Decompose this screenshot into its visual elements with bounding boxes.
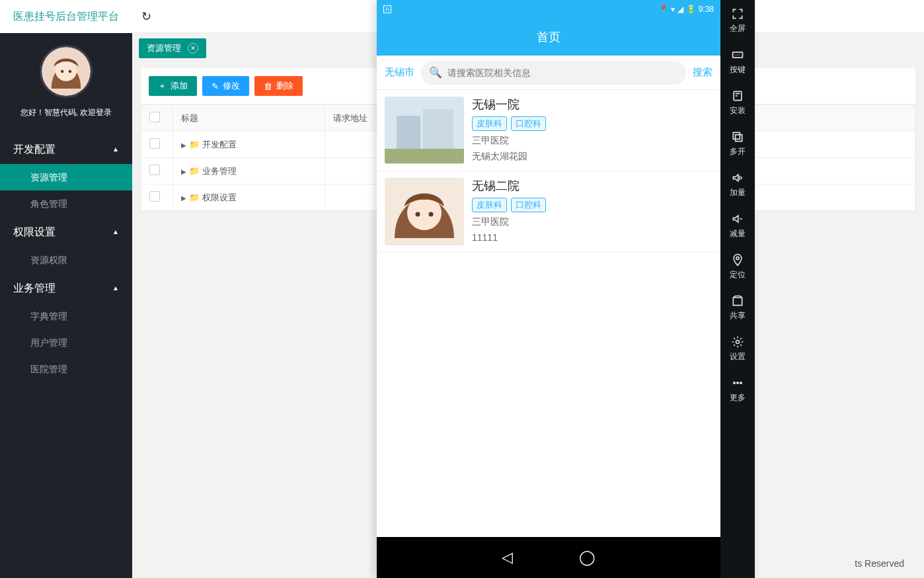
row-name: 权限设置 xyxy=(202,192,237,202)
edit-label: 修改 xyxy=(223,80,240,92)
svg-point-10 xyxy=(416,212,420,217)
avatar-image xyxy=(42,47,91,96)
emu-more[interactable]: 更多 xyxy=(720,369,755,410)
th-title: 标题 xyxy=(173,105,325,132)
search-icon: 🔍 xyxy=(429,66,442,79)
caret-right-icon[interactable]: ▶ xyxy=(181,194,186,202)
folder-icon: 📁 xyxy=(189,166,200,176)
emu-keys[interactable]: 按键 xyxy=(720,41,755,82)
dept-tag[interactable]: 口腔科 xyxy=(511,116,546,131)
statusbar: A 📍 ▾ ◢ 🔋 9:38 xyxy=(377,0,720,19)
emu-label: 共享 xyxy=(730,310,746,321)
nav-item-resperm[interactable]: 资源权限 xyxy=(0,247,132,273)
svg-rect-5 xyxy=(397,116,420,154)
row-checkbox[interactable] xyxy=(149,138,160,149)
emu-label: 设置 xyxy=(730,351,746,362)
nav-group-dev[interactable]: 开发配置 ▲ xyxy=(0,134,132,164)
sidebar: 医患挂号后台管理平台 您好！智慧代码, 欢迎登录 开发配置 ▲ 资源管理 角色管… xyxy=(0,0,132,578)
svg-point-16 xyxy=(736,257,739,259)
hospital-title: 无锡二院 xyxy=(472,178,712,194)
search-button[interactable]: 搜索 xyxy=(693,66,712,79)
hospital-list[interactable]: 无锡一院 皮肤科 口腔科 三甲医院 无锡太湖花园 无锡二院 皮肤科 xyxy=(377,90,720,537)
row-checkbox[interactable] xyxy=(149,191,160,202)
row-name: 业务管理 xyxy=(202,166,237,176)
caret-right-icon[interactable]: ▶ xyxy=(181,142,186,149)
close-icon[interactable]: × xyxy=(188,43,198,54)
avatar xyxy=(40,45,93,98)
caret-right-icon[interactable]: ▶ xyxy=(181,168,186,175)
emu-share[interactable]: 共享 xyxy=(720,287,755,328)
nav-item-hospital[interactable]: 医院管理 xyxy=(0,356,132,382)
dept-tag[interactable]: 皮肤科 xyxy=(472,116,507,131)
svg-point-2 xyxy=(61,70,63,73)
svg-rect-15 xyxy=(736,134,742,141)
back-icon[interactable]: ◁ xyxy=(502,549,513,566)
svg-point-11 xyxy=(429,212,434,217)
emu-label: 多开 xyxy=(730,146,746,157)
hospital-card[interactable]: 无锡一院 皮肤科 口腔科 三甲医院 无锡太湖花园 xyxy=(377,90,720,171)
chevron-up-icon: ▲ xyxy=(112,273,119,303)
emu-fullscreen[interactable]: 全屏 xyxy=(720,0,755,41)
hospital-image xyxy=(385,178,464,245)
delete-button[interactable]: 🗑删除 xyxy=(254,76,303,96)
home-icon[interactable]: ◯ xyxy=(579,549,596,566)
pencil-icon: ✎ xyxy=(212,81,219,91)
debug-icon: A xyxy=(383,5,391,13)
hospital-level: 三甲医院 xyxy=(472,135,712,147)
nav-group-perm[interactable]: 权限设置 ▲ xyxy=(0,217,132,247)
svg-point-19 xyxy=(737,382,739,384)
nav-group-label: 开发配置 xyxy=(13,134,56,164)
nav-item-role[interactable]: 角色管理 xyxy=(0,190,132,217)
refresh-icon[interactable]: ↻ xyxy=(141,9,151,24)
svg-rect-7 xyxy=(385,149,464,163)
search-box[interactable]: 🔍 xyxy=(421,61,686,85)
svg-rect-6 xyxy=(423,109,453,154)
emulator-sidebar: 全屏 按键 安装 多开 加量 减量 定位 共享 设置 更多 xyxy=(720,0,755,578)
emu-volume-up[interactable]: 加量 xyxy=(720,164,755,205)
hospital-addr: 无锡太湖花园 xyxy=(472,151,712,163)
chevron-up-icon: ▲ xyxy=(112,134,119,164)
search-row: 无锡市 🔍 搜索 xyxy=(377,56,720,90)
footer-text: ts Reserved xyxy=(855,558,904,569)
emu-location[interactable]: 定位 xyxy=(720,246,755,287)
nav-item-dict[interactable]: 字典管理 xyxy=(0,303,132,329)
wifi-icon: ▾ xyxy=(671,5,675,14)
select-all-checkbox[interactable] xyxy=(149,112,160,122)
emu-label: 加量 xyxy=(730,187,746,198)
svg-rect-14 xyxy=(733,132,740,139)
emu-volume-down[interactable]: 减量 xyxy=(720,205,755,246)
avatar-area: 您好！智慧代码, 欢迎登录 xyxy=(0,33,132,134)
city-selector[interactable]: 无锡市 xyxy=(385,66,414,79)
hospital-card[interactable]: 无锡二院 皮肤科 口腔科 三甲医院 11111 xyxy=(377,171,720,253)
folder-icon: 📁 xyxy=(189,192,200,202)
tab-resource[interactable]: 资源管理 × xyxy=(139,38,206,58)
dept-tag[interactable]: 口腔科 xyxy=(511,198,546,212)
nav-item-resource[interactable]: 资源管理 xyxy=(0,164,132,190)
svg-point-17 xyxy=(736,340,740,343)
folder-icon: 📁 xyxy=(189,140,200,149)
edit-button[interactable]: ✎修改 xyxy=(202,76,249,96)
dept-tag[interactable]: 皮肤科 xyxy=(472,198,507,212)
nav-item-user[interactable]: 用户管理 xyxy=(0,329,132,356)
location-icon: 📍 xyxy=(658,5,668,14)
row-checkbox[interactable] xyxy=(149,165,160,175)
search-input[interactable] xyxy=(447,67,678,78)
emu-label: 安装 xyxy=(730,105,746,116)
clock-text: 9:38 xyxy=(699,5,714,14)
nav-group-biz[interactable]: 业务管理 ▲ xyxy=(0,273,132,303)
tab-label: 资源管理 xyxy=(147,42,181,54)
emu-label: 按键 xyxy=(730,64,746,75)
emu-multi[interactable]: 多开 xyxy=(720,123,755,164)
emu-label: 全屏 xyxy=(730,23,746,34)
delete-label: 删除 xyxy=(276,80,293,92)
row-name: 开发配置 xyxy=(202,140,237,149)
emu-install[interactable]: 安装 xyxy=(720,82,755,123)
add-label: 添加 xyxy=(171,80,188,92)
brand-title: 医患挂号后台管理平台 xyxy=(0,0,132,33)
svg-point-3 xyxy=(69,70,71,73)
emu-settings[interactable]: 设置 xyxy=(720,328,755,369)
nav: 开发配置 ▲ 资源管理 角色管理 权限设置 ▲ 资源权限 业务管理 ▲ 字典管理… xyxy=(0,134,132,578)
add-button[interactable]: ＋添加 xyxy=(149,76,197,96)
svg-point-18 xyxy=(734,382,736,384)
trash-icon: 🗑 xyxy=(264,81,272,91)
